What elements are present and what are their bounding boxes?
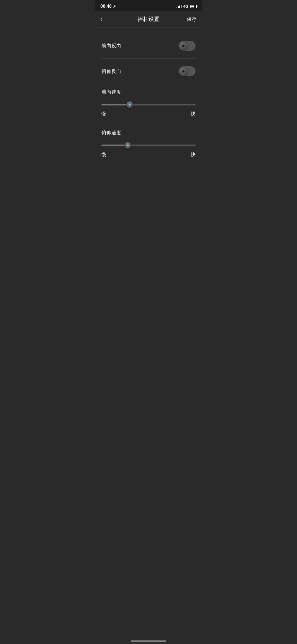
pitch-speed-label: 俯仰速度 <box>101 129 196 136</box>
pitch-speed-thumb[interactable] <box>125 142 131 149</box>
pitch-speed-fast-label: 快 <box>191 151 196 158</box>
back-button[interactable]: ‹ <box>100 16 112 23</box>
network-type: 4G <box>183 4 188 9</box>
heading-reverse-row: 航向反向 <box>101 33 196 58</box>
heading-speed-label: 航向速度 <box>101 89 196 95</box>
save-button[interactable]: 保存 <box>185 16 197 23</box>
location-icon: ↗ <box>113 4 116 9</box>
heading-speed-labels: 慢 快 <box>101 111 196 117</box>
heading-speed-fast-label: 快 <box>191 111 196 117</box>
pitch-speed-labels: 慢 快 <box>101 151 196 158</box>
signal-bars <box>177 4 182 8</box>
nav-bar: ‹ 摇杆设置 保存 <box>95 11 202 28</box>
heading-reverse-toggle[interactable] <box>178 41 196 51</box>
toggle-thumb-pitch <box>179 67 188 76</box>
pitch-reverse-row: 俯仰反向 <box>101 59 196 84</box>
heading-speed-slow-label: 慢 <box>101 111 106 117</box>
pitch-reverse-toggle[interactable] <box>178 66 196 76</box>
heading-speed-slider-container <box>101 102 196 107</box>
battery-icon <box>190 5 197 8</box>
status-time: 00:48 ↗ <box>100 4 116 9</box>
status-right: 4G <box>177 4 197 9</box>
toggle-thumb-heading <box>179 41 188 50</box>
heading-speed-track <box>101 104 196 105</box>
pitch-speed-slow-label: 慢 <box>101 151 106 158</box>
heading-speed-section: 航向速度 慢 快 <box>101 84 196 125</box>
page-title: 摇杆设置 <box>138 15 160 23</box>
heading-speed-thumb[interactable] <box>127 101 133 108</box>
pitch-speed-section: 俯仰速度 慢 快 <box>101 125 196 165</box>
pitch-speed-fill <box>101 145 128 146</box>
heading-reverse-label: 航向反向 <box>101 42 121 49</box>
pitch-reverse-label: 俯仰反向 <box>101 68 121 75</box>
heading-speed-fill <box>101 104 130 105</box>
pitch-speed-track <box>101 145 196 146</box>
pitch-speed-slider-container <box>101 143 196 148</box>
status-bar: 00:48 ↗ 4G <box>95 0 202 11</box>
content-area: 航向反向 俯仰反向 航向速度 慢 快 俯仰速度 <box>95 28 202 171</box>
